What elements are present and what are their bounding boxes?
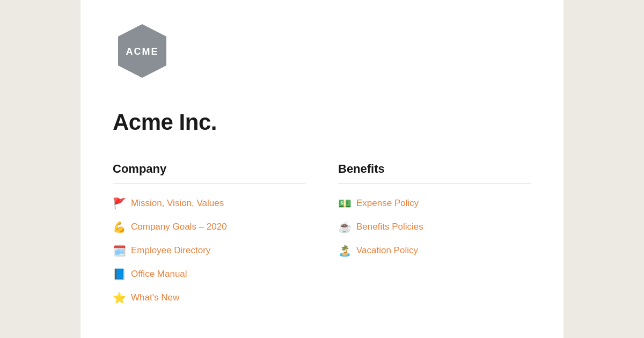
list-item-vacation[interactable]: 🏝️ Vacation Policy [338,240,531,261]
sections-container: Company 🚩 Mission, Vision, Values 💪 Comp… [113,162,531,308]
mission-icon: 🚩 [113,197,126,210]
mission-label[interactable]: Mission, Vision, Values [131,198,224,209]
benefits-policies-label[interactable]: Benefits Policies [356,222,423,232]
list-item-benefits-policies[interactable]: ☕ Benefits Policies [338,216,531,238]
list-item-goals[interactable]: 💪 Company Goals – 2020 [113,216,306,238]
benefits-divider [338,183,531,184]
list-item-whats-new[interactable]: ⭐ What's New [113,287,306,308]
manual-label[interactable]: Office Manual [131,269,187,280]
benefits-section: Benefits 💵 Expense Policy ☕ Benefits Pol… [338,162,531,308]
vacation-label[interactable]: Vacation Policy [356,245,418,256]
directory-icon: 🗓️ [113,244,126,257]
benefits-heading: Benefits [338,162,531,176]
list-item-directory[interactable]: 🗓️ Employee Directory [113,240,306,261]
whats-new-icon: ⭐ [113,291,126,304]
company-list: 🚩 Mission, Vision, Values 💪 Company Goal… [113,193,306,308]
company-divider [113,183,306,184]
vacation-icon: 🏝️ [338,244,351,257]
expense-label[interactable]: Expense Policy [356,198,419,209]
goals-label[interactable]: Company Goals – 2020 [131,222,227,232]
directory-label[interactable]: Employee Directory [131,245,210,256]
list-item-mission[interactable]: 🚩 Mission, Vision, Values [113,193,306,214]
svg-text:ACME: ACME [126,46,159,57]
benefits-policies-icon: ☕ [338,221,351,233]
list-item-expense[interactable]: 💵 Expense Policy [338,193,531,214]
whats-new-label[interactable]: What's New [131,292,179,303]
manual-icon: 📘 [113,268,126,281]
page-container: ACME Acme Inc. Company 🚩 Mission, Vision… [80,0,564,338]
page-title: Acme Inc. [113,109,531,135]
acme-logo: ACME [113,21,172,80]
list-item-manual[interactable]: 📘 Office Manual [113,263,306,285]
goals-icon: 💪 [113,221,126,233]
logo-container: ACME [113,21,531,83]
expense-icon: 💵 [338,197,351,210]
benefits-list: 💵 Expense Policy ☕ Benefits Policies 🏝️ … [338,193,531,261]
company-heading: Company [113,162,306,176]
company-section: Company 🚩 Mission, Vision, Values 💪 Comp… [113,162,306,308]
